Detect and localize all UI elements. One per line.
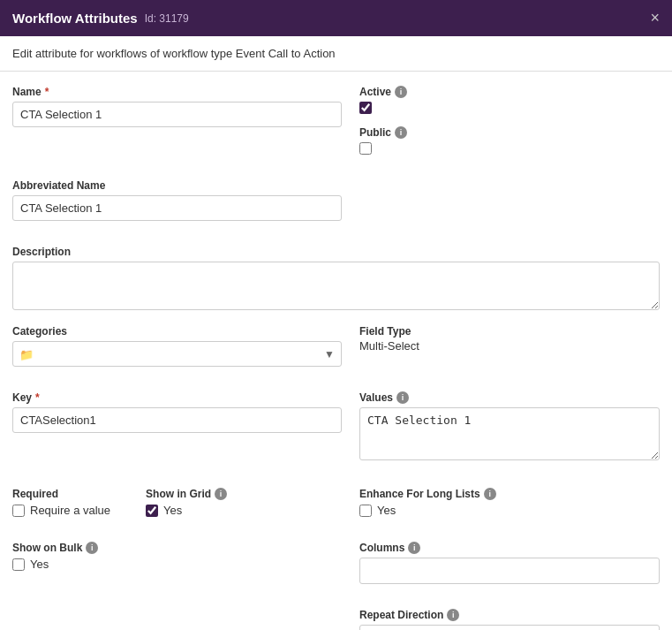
abbreviated-name-row: Abbreviated Name [12,179,660,233]
categories-col: Categories 📁 ▼ [12,325,342,379]
public-group: Public i [359,126,660,155]
active-checkbox[interactable] [359,102,372,114]
active-group: Active i [359,86,660,114]
abbreviated-right-spacer [359,179,660,233]
required-grid-enhance-row: Required Require a value Show in Grid i [12,488,660,529]
columns-label: Columns i [359,542,660,554]
values-group: Values i CTA Selection 1 [359,391,660,463]
columns-group: Columns i [359,542,660,584]
name-col: Name * [12,86,342,167]
abbreviated-name-col: Abbreviated Name [12,179,342,233]
enhance-label: Enhance For Long Lists i [359,488,660,500]
field-type-value: Multi-Select [359,339,660,353]
name-label: Name * [12,86,342,98]
categories-label: Categories [12,325,342,338]
active-info-icon: i [395,86,407,98]
categories-group: Categories 📁 ▼ [12,325,342,367]
required-grid-col: Required Require a value Show in Grid i [12,488,342,529]
key-group: Key * [12,391,342,433]
active-checkbox-group [359,102,660,114]
name-group: Name * [12,86,342,127]
categories-select-wrapper: 📁 ▼ [12,341,342,367]
public-checkbox[interactable] [359,142,372,155]
repeat-direction-row: Repeat Direction i Horizontal Vertical ▼ [12,609,660,630]
modal-header-left: Workflow Attributes Id: 31179 [12,11,189,26]
modal-body: Name * Active i [0,72,672,630]
columns-input[interactable] [359,558,660,584]
workflow-attributes-modal: Workflow Attributes Id: 31179 × Edit att… [0,0,672,630]
show-on-bulk-label: Show on Bulk i [12,542,342,554]
name-required-star: * [45,86,49,98]
description-group: Description [12,246,660,313]
repeat-direction-col: Repeat Direction i Horizontal Vertical ▼ [359,609,660,630]
show-on-bulk-yes-label: Yes [30,558,49,571]
description-label: Description [12,246,660,258]
enhance-col: Enhance For Long Lists i Yes [359,488,660,529]
modal-header: Workflow Attributes Id: 31179 × [0,0,672,36]
repeat-direction-group: Repeat Direction i Horizontal Vertical ▼ [359,609,660,630]
values-label: Values i [359,391,660,404]
field-type-col: Field Type Multi-Select [359,325,660,379]
description-textarea[interactable] [12,262,660,310]
close-button[interactable]: × [650,9,660,27]
show-on-bulk-info-icon: i [86,542,98,554]
columns-info-icon: i [408,542,420,554]
key-label: Key * [12,391,342,404]
show-in-grid-label: Show in Grid i [146,488,227,500]
categories-fieldtype-row: Categories 📁 ▼ Field Type Multi-Select [12,325,660,379]
values-col: Values i CTA Selection 1 [359,391,660,475]
public-checkbox-group [359,142,660,155]
enhance-group: Enhance For Long Lists i Yes [359,488,660,517]
key-col: Key * [12,391,342,475]
modal-title: Workflow Attributes [12,11,138,26]
key-values-row: Key * Values i CTA Selection 1 [12,391,660,475]
show-on-bulk-group: Show on Bulk i Yes [12,542,342,571]
public-info-icon: i [395,126,407,139]
field-type-label: Field Type [359,325,660,338]
require-value-label: Require a value [30,504,110,517]
columns-col: Columns i [359,542,660,596]
show-on-bulk-checkbox-group: Yes [12,558,342,571]
required-group: Required Require a value [12,488,110,517]
field-type-group: Field Type Multi-Select [359,325,660,353]
bulk-col: Show on Bulk i Yes [12,542,342,596]
show-on-bulk-checkbox[interactable] [12,558,25,571]
modal-subtitle: Edit attribute for workflows of workflow… [0,36,672,72]
abbreviated-name-label: Abbreviated Name [12,179,342,192]
enhance-info-icon: i [484,488,496,500]
bulk-columns-row: Show on Bulk i Yes Columns i [12,542,660,596]
categories-select[interactable] [12,341,342,367]
key-input[interactable] [12,407,342,433]
required-grid-two-col: Required Require a value Show in Grid i [12,488,342,529]
repeat-direction-select-wrapper: Horizontal Vertical ▼ [359,625,660,630]
show-in-grid-checkbox[interactable] [146,505,158,517]
key-required-star: * [35,391,40,404]
repeat-direction-info-icon: i [447,609,459,621]
enhance-checkbox[interactable] [359,505,372,517]
abbreviated-name-input[interactable] [12,195,342,221]
repeat-direction-label: Repeat Direction i [359,609,660,621]
enhance-checkbox-group: Yes [359,504,660,517]
abbreviated-name-group: Abbreviated Name [12,179,342,221]
show-in-grid-info-icon: i [215,488,227,500]
require-value-group: Require a value [12,504,110,517]
name-input[interactable] [12,102,342,127]
repeat-direction-select[interactable]: Horizontal Vertical [359,625,660,630]
active-public-col: Active i Public i [359,86,660,167]
name-active-row: Name * Active i [12,86,660,167]
active-label: Active i [359,86,660,98]
modal-id: Id: 31179 [145,12,189,25]
show-in-grid-group: Show in Grid i Yes [146,488,227,517]
required-label: Required [12,488,110,500]
repeat-left-spacer [12,609,342,630]
values-textarea[interactable]: CTA Selection 1 [359,407,660,460]
enhance-yes-label: Yes [377,504,396,517]
public-label: Public i [359,126,660,139]
require-value-checkbox[interactable] [12,505,25,517]
show-in-grid-yes-label: Yes [163,504,182,517]
values-info-icon: i [396,391,409,404]
show-in-grid-checkbox-group: Yes [146,504,227,517]
